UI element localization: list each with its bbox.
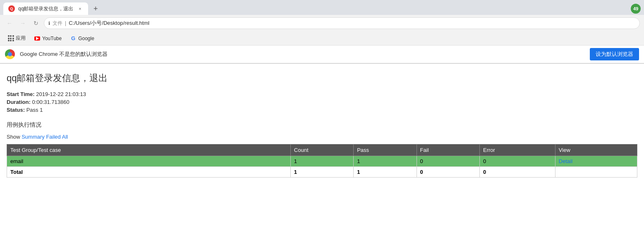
duration-label: Duration: <box>7 99 31 105</box>
set-default-button[interactable]: 设为默认浏览器 <box>590 48 639 60</box>
chrome-logo <box>5 49 15 59</box>
row-count: 1 <box>290 156 353 167</box>
browser-chrome: Q qq邮箱登录发信息，退出 × + 49 ← → ↻ ℹ 文件 | C:/Us… <box>0 0 644 64</box>
start-time-row: Start Time: 2019-12-22 21:03:13 <box>7 91 637 97</box>
col-header-view: View <box>555 144 637 156</box>
forward-button[interactable]: → <box>17 18 28 29</box>
detail-link: Detail <box>559 158 572 164</box>
row-fail: 0 <box>417 156 479 167</box>
section-title: 用例执行情况 <box>7 121 637 129</box>
total-view <box>555 167 637 178</box>
reload-button[interactable]: ↻ <box>31 18 41 29</box>
address-field[interactable]: ℹ 文件 | C:/Users/小号/Desktop/result.html <box>44 17 640 29</box>
total-fail: 0 <box>417 167 479 178</box>
protocol-label: 文件 <box>53 20 62 27</box>
apps-icon <box>7 35 14 42</box>
col-header-fail: Fail <box>417 144 479 156</box>
default-browser-text: Google Chrome 不是您的默认浏览器 <box>20 50 585 58</box>
address-separator: | <box>65 20 66 26</box>
page-content: qq邮箱登录发信息，退出 Start Time: 2019-12-22 21:0… <box>0 64 644 186</box>
tab-favicon: Q <box>8 5 15 12</box>
tab-close-button[interactable]: × <box>77 5 83 12</box>
total-count: 1 <box>290 167 353 178</box>
youtube-icon <box>34 35 41 42</box>
col-header-count: Count <box>290 144 353 156</box>
row-name: email <box>7 156 291 167</box>
tab-bar: Q qq邮箱登录发信息，退出 × + 49 <box>0 0 644 15</box>
col-header-pass: Pass <box>354 144 417 156</box>
row-view[interactable]: Detail <box>555 156 637 167</box>
page-title: qq邮箱登录发信息，退出 <box>7 72 637 84</box>
total-row: Total 1 1 0 0 <box>7 167 637 178</box>
bookmark-youtube[interactable]: YouTube <box>31 34 65 43</box>
address-bar-row: ← → ↻ ℹ 文件 | C:/Users/小号/Desktop/result.… <box>0 15 644 31</box>
total-pass: 1 <box>354 167 417 178</box>
status-row: Status: Pass 1 <box>7 107 637 113</box>
show-all-link[interactable]: All <box>62 134 68 140</box>
row-error: 0 <box>479 156 555 167</box>
show-label: Show <box>7 134 20 140</box>
notification-badge: 49 <box>631 4 641 14</box>
duration-row: Duration: 0:00:31.713860 <box>7 99 637 105</box>
new-tab-button[interactable]: + <box>90 3 101 14</box>
bookmark-apps[interactable]: 应用 <box>4 34 29 43</box>
total-error: 0 <box>479 167 555 178</box>
show-row: Show Summary Failed All <box>7 134 637 140</box>
info-icon: ℹ <box>48 21 50 26</box>
bookmark-youtube-label: YouTube <box>42 36 62 41</box>
col-header-error: Error <box>479 144 555 156</box>
table-row: email 1 1 0 0 Detail <box>7 156 637 167</box>
url-text: C:/Users/小号/Desktop/result.html <box>69 19 149 27</box>
row-pass: 1 <box>354 156 417 167</box>
results-table: Test Group/Test case Count Pass Fail Err… <box>7 144 637 178</box>
google-icon: G <box>70 35 77 42</box>
total-label: Total <box>7 167 291 178</box>
show-failed-link[interactable]: Failed <box>46 134 60 140</box>
bookmarks-bar: 应用 YouTube G Google <box>0 31 644 46</box>
col-header-name: Test Group/Test case <box>7 144 291 156</box>
duration-value: 0:00:31.713860 <box>32 99 69 105</box>
bookmark-apps-label: 应用 <box>16 35 26 42</box>
bookmark-google-label: Google <box>78 36 94 41</box>
back-button[interactable]: ← <box>4 18 15 29</box>
table-header-row: Test Group/Test case Count Pass Fail Err… <box>7 144 637 156</box>
bookmark-google[interactable]: G Google <box>67 34 98 43</box>
show-summary-link[interactable]: Summary <box>22 134 45 140</box>
tab-title: qq邮箱登录发信息，退出 <box>18 5 73 12</box>
meta-section: Start Time: 2019-12-22 21:03:13 Duration… <box>7 91 637 113</box>
active-tab[interactable]: Q qq邮箱登录发信息，退出 × <box>3 2 88 15</box>
start-time-label: Start Time: <box>7 91 35 97</box>
default-browser-bar: Google Chrome 不是您的默认浏览器 设为默认浏览器 <box>0 46 644 63</box>
start-time-value: 2019-12-22 21:03:13 <box>36 91 86 97</box>
status-value: Pass 1 <box>26 107 43 113</box>
status-label: Status: <box>7 107 25 113</box>
